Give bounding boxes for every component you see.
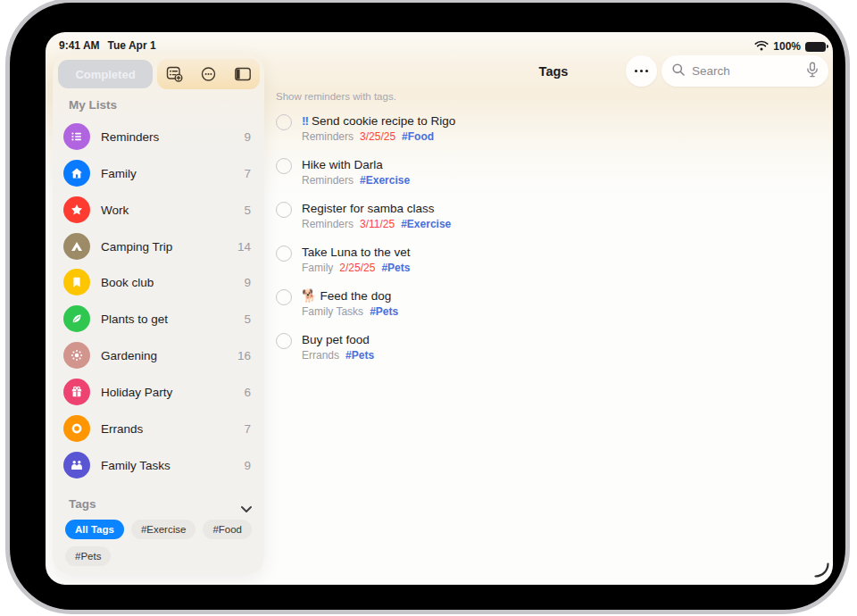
tag-chip-row-2: #Pets: [65, 546, 111, 566]
reminder-list-name: Reminders: [302, 129, 354, 144]
reminder-list-name: Reminders: [302, 217, 354, 231]
search-icon: [671, 62, 686, 80]
reminder-row[interactable]: Hike with Darla Reminders #Exercise: [276, 157, 410, 187]
reminder-checkbox[interactable]: [276, 114, 292, 130]
reminder-title: Buy pet food: [302, 333, 370, 346]
battery-percent: 100%: [773, 40, 801, 53]
more-circle-icon[interactable]: [198, 65, 218, 83]
reminder-checkbox[interactable]: [276, 158, 292, 174]
sidebar-item-reminders[interactable]: Reminders 9: [63, 119, 254, 154]
reminder-tag[interactable]: #Exercise: [360, 173, 410, 187]
sidebar: Completed: [53, 54, 264, 575]
screen: 9:41 AM Tue Apr 1 100%: [46, 32, 833, 585]
tag-chip-food[interactable]: #Food: [203, 520, 252, 539]
reminder-checkbox[interactable]: [276, 202, 292, 218]
list-count: 5: [244, 312, 254, 326]
reminder-row[interactable]: Take Luna to the vet Family 2/25/25 #Pet…: [276, 245, 411, 275]
ipad-device-frame: 9:41 AM Tue Apr 1 100%: [5, 0, 850, 614]
reminder-tag[interactable]: #Food: [402, 129, 434, 144]
battery-icon: [805, 42, 826, 52]
more-button[interactable]: [626, 55, 657, 87]
add-list-icon[interactable]: [164, 65, 184, 83]
completed-label: Completed: [75, 68, 135, 81]
tag-chip-row-1: All Tags #Exercise #Food: [65, 520, 252, 539]
sidebar-toolbar: Completed: [58, 59, 260, 89]
sidebar-item-family[interactable]: Family 7: [63, 155, 254, 191]
list-name: Book club: [101, 276, 154, 289]
reminder-tag[interactable]: #Exercise: [401, 217, 451, 231]
sidebar-toolbar-buttons: [157, 59, 260, 89]
tags-section-header: Tags: [69, 497, 96, 511]
tag-chip-pets[interactable]: #Pets: [65, 546, 111, 566]
tags-description: Show reminders with tags.: [276, 91, 396, 102]
priority-marker: !!: [302, 114, 308, 128]
list-name: Family Tasks: [101, 459, 171, 472]
reminder-tag[interactable]: #Pets: [381, 261, 410, 275]
reminder-row[interactable]: Register for samba class Reminders 3/11/…: [276, 201, 451, 231]
list-count: 16: [237, 349, 254, 362]
list-name: Family: [101, 167, 137, 180]
reminder-checkbox[interactable]: [276, 333, 292, 349]
reminder-title: Hike with Darla: [302, 158, 383, 171]
list-name: Holiday Party: [101, 386, 172, 399]
tag-chip-all-tags[interactable]: All Tags: [65, 520, 124, 539]
list-count: 9: [244, 459, 254, 472]
list-name: Reminders: [101, 130, 159, 144]
chevron-down-icon[interactable]: [240, 501, 253, 517]
house-icon: [63, 160, 90, 187]
bookmark-icon: [63, 269, 90, 296]
search-placeholder: Search: [692, 64, 800, 78]
tag-chip-exercise[interactable]: #Exercise: [131, 520, 196, 539]
corner-resize-handle-icon: [813, 562, 830, 582]
reminder-tag[interactable]: #Pets: [370, 304, 398, 319]
list-name: Gardening: [101, 349, 157, 362]
reminder-list-name: Reminders: [302, 173, 354, 187]
reminder-row[interactable]: !!Send cookie recipe to Rigo Reminders 3…: [276, 113, 455, 144]
sun-icon: [63, 342, 90, 369]
completed-smart-list[interactable]: Completed: [58, 60, 153, 88]
reminder-title: Send cookie recipe to Rigo: [312, 114, 455, 128]
ring-icon: [63, 415, 90, 442]
reminder-row[interactable]: 🐕 Feed the dog Family Tasks #Pets: [276, 288, 398, 319]
reminder-title: Register for samba class: [302, 202, 435, 215]
sidebar-item-plants-to-get[interactable]: Plants to get 5: [63, 301, 254, 337]
list-count: 7: [244, 167, 254, 180]
leaf-icon: [63, 305, 90, 332]
search-input[interactable]: Search: [661, 55, 828, 87]
reminder-tag[interactable]: #Pets: [345, 348, 374, 362]
people-icon: [63, 452, 90, 479]
list-count: 9: [244, 130, 254, 144]
list-name: Plants to get: [101, 312, 168, 326]
tent-icon: [63, 233, 90, 260]
sidebar-item-gardening[interactable]: Gardening 16: [63, 337, 254, 373]
clock: 9:41 AM: [59, 39, 100, 52]
microphone-icon[interactable]: [806, 62, 819, 81]
ipad-screenshot: 9:41 AM Tue Apr 1 100%: [0, 0, 857, 616]
reminder-list-name: Family Tasks: [302, 304, 363, 319]
sidebar-item-errands[interactable]: Errands 7: [63, 411, 254, 446]
wifi-icon: [754, 38, 769, 54]
star-icon: [63, 196, 90, 223]
page-title: Tags: [509, 64, 598, 79]
list-name: Camping Trip: [101, 240, 172, 254]
gift-icon: [63, 379, 90, 405]
list-count: 6: [244, 386, 254, 399]
reminder-checkbox[interactable]: [276, 289, 292, 305]
sidebar-toggle-icon[interactable]: [233, 65, 253, 83]
sidebar-item-work[interactable]: Work 5: [63, 192, 254, 228]
reminder-title: 🐕 Feed the dog: [302, 289, 391, 303]
list-count: 5: [244, 204, 254, 217]
list-count: 14: [237, 240, 254, 254]
reminder-checkbox[interactable]: [276, 246, 292, 262]
reminder-row[interactable]: Buy pet food Errands #Pets: [276, 332, 374, 362]
list-name: Work: [101, 204, 129, 217]
reminder-date: 3/11/25: [360, 217, 395, 231]
sidebar-item-holiday-party[interactable]: Holiday Party 6: [63, 374, 254, 410]
reminder-list-name: Family: [302, 261, 333, 275]
sidebar-item-family-tasks[interactable]: Family Tasks 9: [63, 447, 254, 483]
sidebar-item-book-club[interactable]: Book club 9: [63, 264, 254, 300]
reminder-title: Take Luna to the vet: [302, 246, 411, 259]
list-count: 9: [244, 276, 254, 289]
reminder-date: 2/25/25: [339, 261, 375, 275]
sidebar-item-camping-trip[interactable]: Camping Trip 14: [63, 229, 254, 264]
